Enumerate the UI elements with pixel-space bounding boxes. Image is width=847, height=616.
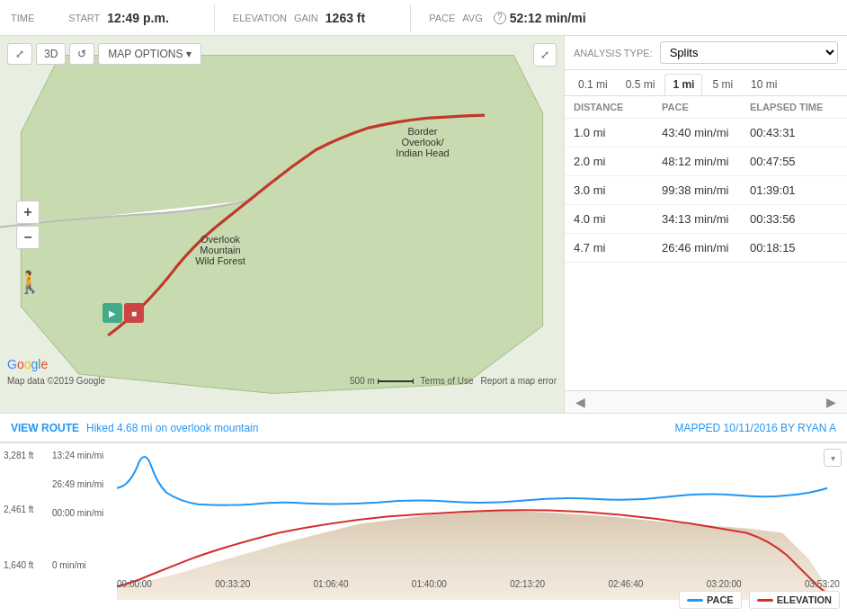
expand-map-button[interactable]: ⤢ [7,43,32,65]
table-header: DISTANCE PACE ELAPSED TIME [565,96,847,119]
table-row[interactable]: 4.7 mi 26:46 min/mi 00:18:15 [565,234,847,263]
top-bar: TIME START 12:49 p.m. ELEVATION GAIN 126… [0,0,847,36]
start-value: 12:49 p.m. [107,11,168,25]
map-options-button[interactable]: MAP OPTIONS ▾ [98,43,201,65]
distance-tab-5mi[interactable]: 5 mi [704,74,741,95]
cell-pace: 43:40 min/mi [662,126,750,139]
col-elapsed: ELAPSED TIME [750,102,838,112]
start-section: START 12:49 p.m. [68,11,169,25]
analysis-header: ANALYSIS TYPE: Splits [565,36,847,70]
map-attribution: Map data ©2019 Google 500 m Terms of Use… [0,376,564,386]
y-label-top-left: 3,281 ft [4,451,33,460]
gain-label: GAIN [294,13,318,23]
by-label: BY [780,422,795,434]
svg-marker-1 [21,55,542,393]
cell-elapsed: 01:39:01 [750,183,838,197]
divider2 [410,4,411,31]
x-labels: 00:00:00 00:33:20 01:06:40 01:40:00 02:1… [117,579,840,589]
avg-value: 52:12 min/mi [510,11,586,25]
info-icon[interactable]: ? [494,12,506,24]
x-label-4: 02:13:20 [510,579,545,589]
expand-chart-button[interactable]: ▾ [824,449,842,467]
x-label-1: 00:33:20 [215,579,250,589]
col-distance: DISTANCE [574,102,662,112]
map-toolbar: ⤢ 3D ↺ MAP OPTIONS ▾ [7,43,201,65]
elevation-section: ELEVATION GAIN 1263 ft [233,11,365,25]
cell-pace: 34:13 min/mi [662,212,750,226]
table-row[interactable]: 2.0 mi 48:12 min/mi 00:47:55 [565,147,847,176]
cell-distance: 1.0 mi [574,126,662,139]
scale-bar: 500 m [350,376,414,386]
start-marker[interactable]: ▶ [103,303,122,323]
fullscreen-map-button[interactable]: ⤢ [533,43,557,67]
y-label-zero: 0 min/mi [52,560,86,570]
distance-tabs: 0.1 mi0.5 mi1 mi5 mi10 mi [565,70,847,96]
map-data-text: Map data ©2019 Google [7,376,105,386]
y-label-pace-mid: 26:49 min/mi [52,479,103,489]
zoom-out-button[interactable]: − [16,226,40,249]
google-logo: Google [7,357,48,371]
mapped-date: 10/11/2016 [724,422,778,434]
view-route-link[interactable]: VIEW ROUTE [11,422,79,434]
refresh-button[interactable]: ↺ [69,43,94,65]
person-icon: 🚶 [16,270,43,295]
mapped-info: MAPPED 10/11/2016 BY RYAN A [675,422,837,434]
cell-distance: 4.0 mi [574,212,662,226]
three-d-button[interactable]: 3D [36,43,66,65]
legend-pace: PACE [679,591,742,609]
legend-pace-color [687,599,703,602]
distance-tab-10mi[interactable]: 10 mi [743,74,785,95]
analysis-type-select[interactable]: Splits [660,41,838,64]
cell-distance: 2.0 mi [574,155,662,168]
distance-tab-0.1mi[interactable]: 0.1 mi [570,74,616,95]
distance-tab-0.5mi[interactable]: 0.5 mi [618,74,664,95]
analysis-type-label: ANALYSIS TYPE: [574,48,653,58]
view-route-bar: VIEW ROUTE Hiked 4.68 mi on overlook mou… [0,414,847,442]
x-label-3: 01:40:00 [412,579,447,589]
route-markers: ▶ ■ [103,303,144,323]
report-link[interactable]: Report a map error [481,376,557,386]
main-content: ⤢ 3D ↺ MAP OPTIONS ▾ ⤢ + − 🚶 BorderOverl… [0,36,847,414]
avg-label: AVG [462,13,482,23]
zoom-in-button[interactable]: + [16,201,40,224]
map-svg [0,36,564,413]
cell-elapsed: 00:47:55 [750,155,838,168]
time-section: TIME [11,13,41,23]
cell-pace: 99:38 min/mi [662,183,750,197]
x-label-2: 01:06:40 [314,579,349,589]
panel-left-button[interactable]: ◀ [572,395,589,409]
panel-right-button[interactable]: ▶ [823,395,840,409]
x-label-0: 00:00:00 [117,579,152,589]
map-zoom: + − [16,201,40,249]
table-row[interactable]: 1.0 mi 43:40 min/mi 00:43:31 [565,119,847,147]
y-label-pace-bot: 00:00 min/mi [52,508,103,518]
elevation-label: ELEVATION [233,13,287,23]
chart-area: 3,281 ft 2,461 ft 1,640 ft 13:24 min/mi … [0,442,847,616]
pace-label: PACE [429,13,455,23]
map-options-chevron: ▾ [186,48,192,60]
distance-tab-1mi[interactable]: 1 mi [664,74,702,95]
by-user: RYAN A [798,422,836,434]
legend-elevation: ELEVATION [749,591,840,609]
gain-value: 1263 ft [325,11,365,25]
x-label-5: 02:46:40 [608,579,643,589]
map-options-label: MAP OPTIONS [108,48,183,60]
legend-elevation-label: ELEVATION [777,594,832,605]
divider [214,4,215,31]
table-row[interactable]: 4.0 mi 34:13 min/mi 00:33:56 [565,205,847,234]
splits-table: DISTANCE PACE ELAPSED TIME 1.0 mi 43:40 … [565,96,847,390]
x-label-7: 03:53:20 [805,579,840,589]
y-label-pace-top: 13:24 min/mi [52,451,103,460]
end-marker[interactable]: ■ [124,303,144,323]
time-label: TIME [11,13,34,23]
route-description: Hiked 4.68 mi on overlook mountain [86,422,258,434]
cell-pace: 48:12 min/mi [662,155,750,168]
table-row[interactable]: 3.0 mi 99:38 min/mi 01:39:01 [565,176,847,205]
pace-section: PACE AVG ? 52:12 min/mi [429,11,585,25]
terms-link[interactable]: Terms of Use [421,376,474,386]
map-area[interactable]: ⤢ 3D ↺ MAP OPTIONS ▾ ⤢ + − 🚶 BorderOverl… [0,36,564,413]
cell-pace: 26:46 min/mi [662,241,750,254]
cell-distance: 3.0 mi [574,183,662,197]
cell-elapsed: 00:43:31 [750,126,838,139]
mapped-label: MAPPED [675,422,721,434]
